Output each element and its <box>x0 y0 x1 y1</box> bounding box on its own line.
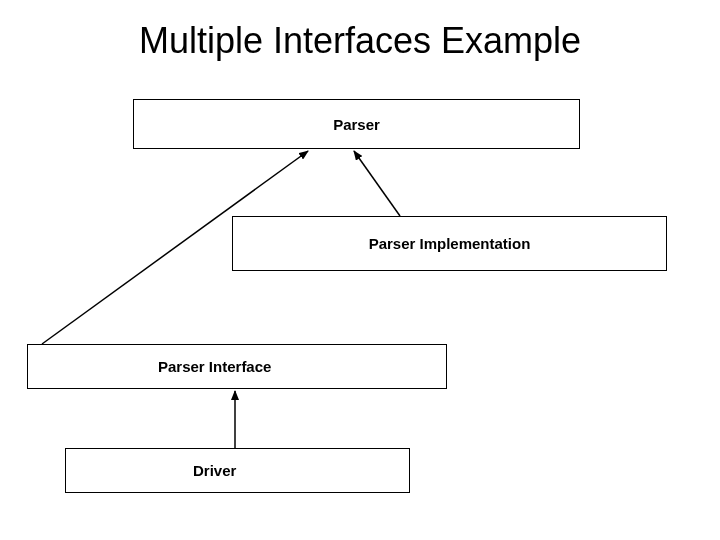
parser-implementation-box: Parser Implementation <box>232 216 667 271</box>
parser-label: Parser <box>333 116 380 133</box>
parser-interface-label: Parser Interface <box>158 358 271 375</box>
driver-label: Driver <box>193 462 236 479</box>
parser-interface-box: Parser Interface <box>27 344 447 389</box>
parser-box: Parser <box>133 99 580 149</box>
parser-implementation-label: Parser Implementation <box>369 235 531 252</box>
page-title: Multiple Interfaces Example <box>0 20 720 62</box>
arrow-impl-to-parser <box>354 151 400 216</box>
driver-box: Driver <box>65 448 410 493</box>
